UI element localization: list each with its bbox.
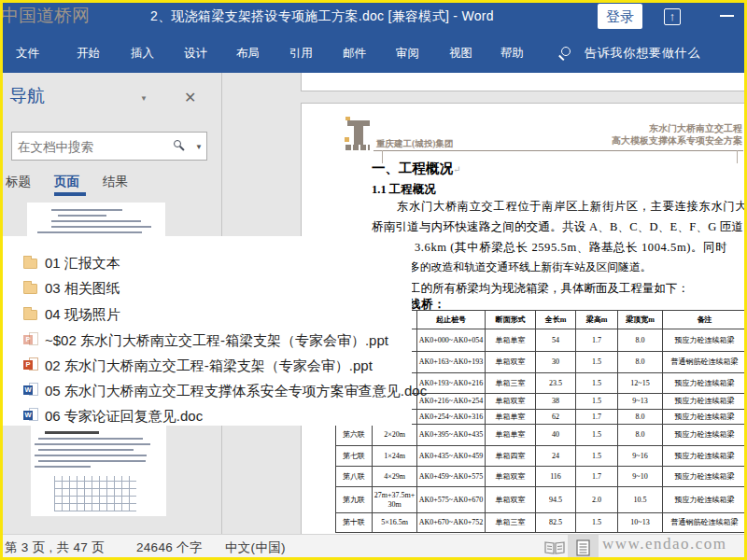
status-language[interactable]: 中文(中国) xyxy=(225,539,286,556)
table-cell: 单箱单室 xyxy=(486,329,536,352)
table-row: 第十联5×16.5mAK0+670~AK0+752单箱三室82.51.510~1… xyxy=(336,513,746,533)
table-cell: 10.5 xyxy=(618,487,663,513)
table-cell: AK0+575~AK0+670 xyxy=(417,487,486,513)
table-cell: 单箱四室 xyxy=(486,446,536,467)
doc-heading-1: 一、工程概况↵ xyxy=(372,160,460,177)
nav-tab-results[interactable]: 结果 xyxy=(103,174,128,190)
ribbon-tab-layout[interactable]: 布局 xyxy=(236,34,260,73)
ribbon-tab-design[interactable]: 设计 xyxy=(184,34,207,73)
minimize-icon[interactable] xyxy=(720,15,734,17)
word-file-icon: W xyxy=(23,383,39,399)
table-cell: 单箱双室 xyxy=(486,394,536,410)
file-name: 03 相关图纸 xyxy=(45,280,120,298)
table-cell: 38 xyxy=(536,394,576,410)
page-thumbnail-3[interactable] xyxy=(31,426,166,516)
table-cell: 10~13 xyxy=(618,513,663,533)
table-cell: 单箱双室 xyxy=(486,467,536,487)
table-cell: 预应力砼连续箱梁 xyxy=(663,487,746,513)
status-word-count[interactable]: 24646 个字 xyxy=(136,539,203,556)
table-cell: 1.5 xyxy=(576,425,618,446)
table-cell: 第八联 xyxy=(336,467,373,487)
ribbon-tab-view[interactable]: 视图 xyxy=(449,34,472,73)
table-cell: 40 xyxy=(536,425,576,446)
page-thumbnail-partial[interactable] xyxy=(27,203,165,237)
nav-search-input[interactable]: 在文档中搜索 ▼ xyxy=(11,132,207,161)
table-cell: 1.5 xyxy=(576,373,618,394)
magnifier-icon[interactable] xyxy=(173,140,186,153)
ppt-file-icon: P xyxy=(23,357,39,373)
ribbon-tab-file[interactable]: 文件 xyxy=(16,34,39,73)
ribbon-tab-mailings[interactable]: 邮件 xyxy=(343,34,366,73)
table-cell: 单箱三室 xyxy=(486,373,536,394)
file-name: ~$02 东水门大桥南立交工程-箱梁支架（专家会审）.ppt xyxy=(45,332,388,350)
nav-pane-dropdown-icon[interactable]: ▼ xyxy=(140,94,148,103)
nav-tab-headings[interactable]: 标题 xyxy=(6,174,31,190)
table-cell: 8.0 xyxy=(618,425,663,446)
doc-body-line: 3.6km (其中桥梁总长 2595.5m、路基总长 1004.5m)。同时 xyxy=(415,240,727,256)
table-cell: 预应力砼连续箱梁 xyxy=(663,329,746,352)
table-cell: 82.5 xyxy=(536,513,576,533)
table-cell: 断面形式 xyxy=(486,311,536,329)
login-button[interactable]: 登录 xyxy=(598,4,642,29)
table-cell: 1.5 xyxy=(576,352,618,373)
table-cell: 1.5 xyxy=(576,394,618,410)
table-cell: 2×20m xyxy=(373,425,417,446)
file-name: 02 东水门大桥南立交工程-箱梁支架（专家会审）.ppt xyxy=(45,357,373,375)
tell-me-box[interactable]: 告诉我你想要做什么 xyxy=(585,34,700,73)
site-watermark-bottom: www.endao.com xyxy=(602,535,727,553)
ribbon-tab-insert[interactable]: 插入 xyxy=(131,34,154,73)
table-cell: 梁高m xyxy=(576,311,618,329)
thumbnail-scaffold-diagram xyxy=(54,476,136,511)
table-cell: AK0+000~AK0+054 xyxy=(417,329,486,352)
table-cell: 梁顶宽m xyxy=(618,311,663,329)
table-cell: 第九联 xyxy=(336,487,373,513)
table-cell: 27m+37.5m+30m xyxy=(373,487,417,513)
table-cell: 预应力砼连续箱梁 xyxy=(663,425,746,446)
print-layout-icon[interactable] xyxy=(568,535,599,560)
doc-header-project-line1: 东水门大桥南立交工程 xyxy=(612,122,742,134)
file-list-popup: 01 汇报文本03 相关图纸04 现场照片P~$02 东水门大桥南立交工程-箱梁… xyxy=(3,236,412,426)
table-row: 第九联27m+37.5m+30mAK0+575~AK0+670单箱双室94.52… xyxy=(336,487,746,513)
table-cell: AK0+193~AK0+216 xyxy=(417,373,486,394)
doc-body-line: 多的改造和轨道交通环线上新街车站及区间隧道。 xyxy=(409,260,652,275)
table-cell: 普通钢筋砼连续箱梁 xyxy=(663,352,746,373)
ribbon-tab-references[interactable]: 引用 xyxy=(289,34,313,73)
table-cell: 单箱单室 xyxy=(486,425,536,446)
ribbon-tab-home[interactable]: 开始 xyxy=(77,34,100,73)
table-cell: AK0+254~AK0+316 xyxy=(417,410,486,425)
file-name: 05 东水门大桥南立交工程支撑体系安全专项方案审查意见.doc xyxy=(45,383,427,400)
table-cell: 8.0 xyxy=(618,410,663,425)
ribbon-tab-help[interactable]: 帮助 xyxy=(500,34,524,73)
doc-body-line: 工的所有桥梁均为现浇箱梁，具体断面及工程量如下： xyxy=(409,281,689,297)
status-page-number[interactable]: 第 3 页 , 共 47 页 xyxy=(5,539,105,556)
ribbon-display-options-icon[interactable]: ↑ xyxy=(664,8,681,25)
table-cell: 8.0 xyxy=(618,352,663,373)
folder-icon xyxy=(23,306,39,322)
nav-search-placeholder: 在文档中搜索 xyxy=(18,139,93,156)
nav-tab-active-underline xyxy=(54,192,86,196)
table-cell: 1.7 xyxy=(576,467,618,487)
table-cell: 备注 xyxy=(663,311,746,329)
table-cell: 4×29m xyxy=(373,467,417,487)
table-cell: AK0+435~AK0+459 xyxy=(417,446,486,467)
table-cell: AK0+670~AK0+752 xyxy=(417,513,486,533)
table-row: 第七联1×24mAK0+435~AK0+459单箱四室241.59~16预应力砼… xyxy=(336,446,746,467)
nav-pane-close-icon[interactable]: ✕ xyxy=(184,89,196,106)
read-mode-icon[interactable] xyxy=(543,540,566,555)
table-cell: 1.7 xyxy=(576,410,618,425)
table-cell: 116 xyxy=(536,467,576,487)
table-cell: 1.5 xyxy=(576,513,618,533)
search-dropdown-icon[interactable]: ▼ xyxy=(195,143,203,151)
window-title: 2、现浇箱梁支架搭设专项施工方案.doc [兼容模式] - Word xyxy=(126,8,518,25)
table-cell: 24 xyxy=(536,446,576,467)
table-cell: 9~10 xyxy=(618,467,663,487)
search-icon[interactable] xyxy=(558,47,571,60)
doc-header-rule xyxy=(374,150,743,151)
table-cell: AK0+216~AK0+254 xyxy=(417,394,486,410)
table-cell: AK0+395~AK0+435 xyxy=(417,425,486,446)
nav-tab-pages[interactable]: 页面 xyxy=(54,174,79,190)
table-cell: 全长m xyxy=(536,311,576,329)
table-cell: 1.5 xyxy=(576,446,618,467)
ppt-temp-file-icon: P xyxy=(23,332,39,348)
ribbon-tab-review[interactable]: 审阅 xyxy=(396,34,419,73)
